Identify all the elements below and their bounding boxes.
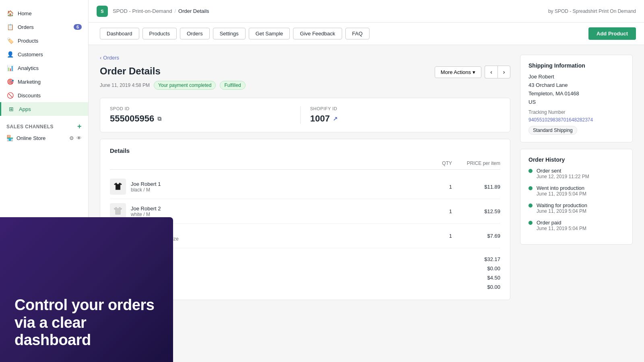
store-settings-icon[interactable]: ⚙ xyxy=(69,135,74,141)
sidebar-label-home: Home xyxy=(18,10,32,16)
sidebar-item-orders[interactable]: 📋 Orders 6 xyxy=(0,20,88,34)
history-dot xyxy=(528,221,533,225)
price-col-header: PRICE per item xyxy=(452,160,500,166)
sales-channels-header: Sales channels + xyxy=(0,116,88,132)
history-entry: Order paid June 11, 2019 5:04 PM xyxy=(537,220,586,231)
more-actions-button[interactable]: More Actions ▾ xyxy=(435,66,481,78)
shopify-id-value: 1007 ↗ xyxy=(310,113,501,124)
external-link-icon[interactable]: ↗ xyxy=(333,115,338,122)
spod-id-section: SPOD ID 555005956 ⧉ xyxy=(110,106,300,124)
item-name: Joe Robert 2 xyxy=(131,206,420,212)
tab-orders[interactable]: Orders xyxy=(180,28,210,39)
top-nav: S SPOD - Print-on-Demand / Order Details… xyxy=(89,0,644,23)
add-product-button[interactable]: Add Product xyxy=(588,27,636,40)
tracking-number-link[interactable]: 940551029838701648282374 xyxy=(528,117,593,123)
shipping-tax-value: $0.00 xyxy=(487,284,500,290)
chevron-down-icon: ▾ xyxy=(473,69,475,75)
shipping-info-title: Shipping Information xyxy=(528,62,624,69)
sidebar-label-customers: Customers xyxy=(18,51,43,58)
add-sales-channel-button[interactable]: + xyxy=(77,122,82,131)
fulfilled-badge: Fulfilled xyxy=(220,81,245,90)
details-title: Details xyxy=(110,147,130,154)
list-item: Waiting for production June 11, 2019 5:0… xyxy=(528,202,624,214)
analytics-icon: 📊 xyxy=(6,64,14,72)
order-nav-arrows: ‹ › xyxy=(485,66,510,78)
history-dot xyxy=(528,186,533,190)
item-thumbnail xyxy=(110,203,126,219)
item-qty: 1 xyxy=(420,184,452,190)
history-entry: Went into production June 11, 2019 5:04 … xyxy=(537,185,586,197)
sidebar-label-marketing: Marketing xyxy=(18,79,41,85)
item-variant: white / M xyxy=(131,212,420,217)
sidebar-item-discounts[interactable]: 🚫 Discounts xyxy=(0,88,88,102)
details-header: Details xyxy=(110,147,500,154)
sidebar-item-marketing[interactable]: 🎯 Marketing xyxy=(0,75,88,88)
history-event: Order paid xyxy=(537,220,586,226)
history-dot xyxy=(528,204,533,208)
shopify-id-number: 1007 xyxy=(310,113,330,124)
breadcrumb-path: SPOD - Print-on-Demand / Order Details xyxy=(113,8,209,14)
store-eye-icon[interactable]: 👁 xyxy=(76,135,82,141)
sidebar-label-analytics: Analytics xyxy=(18,65,39,71)
shipping-address: 43 Orchard Lane Templeton, MA 01468 US xyxy=(528,81,624,106)
spod-id-value: 555005956 ⧉ xyxy=(110,113,300,124)
tab-products[interactable]: Products xyxy=(142,28,177,39)
sidebar-item-online-store[interactable]: 🏪 Online Store ⚙ 👁 xyxy=(0,132,88,144)
payment-badge: Your payment completed xyxy=(154,81,216,90)
next-order-button[interactable]: › xyxy=(497,66,510,78)
shipping-info-card: Shipping Information Joe Robert 43 Orcha… xyxy=(520,55,633,142)
sidebar-label-discounts: Discounts xyxy=(18,93,41,99)
order-date: June 11, 2019 4:58 PM xyxy=(100,82,150,88)
orders-icon: 📋 xyxy=(6,23,14,31)
copy-icon[interactable]: ⧉ xyxy=(157,115,161,122)
products-icon: 🏷️ xyxy=(6,37,14,44)
item-name: Joe Robert 3 xyxy=(131,230,420,236)
sidebar-item-home[interactable]: 🏠 Home xyxy=(0,6,88,20)
item-variant: black / M xyxy=(131,187,420,193)
breadcrumb-separator: / xyxy=(174,8,176,14)
item-variant: white/black / One Size xyxy=(131,236,420,242)
promo-overlay: Control your orders via a clear dashboar… xyxy=(0,217,173,362)
shopify-id-label: Shopify ID xyxy=(310,106,501,111)
tab-give-feedback[interactable]: Give Feedback xyxy=(293,28,342,39)
store-icon: 🏪 xyxy=(6,135,13,141)
order-history-card: Order History Order sent June 12, 2019 1… xyxy=(520,149,633,245)
tab-faq[interactable]: FAQ xyxy=(345,28,369,39)
sidebar-item-apps[interactable]: ⊞ Apps xyxy=(0,102,88,116)
history-date: June 11, 2019 5:04 PM xyxy=(537,226,586,231)
item-price: $12.59 xyxy=(452,208,500,214)
item-qty: 1 xyxy=(420,233,452,239)
marketing-icon: 🎯 xyxy=(6,78,14,85)
shopify-id-section: Shopify ID 1007 ↗ xyxy=(300,106,501,124)
tab-dashboard[interactable]: Dashboard xyxy=(100,28,139,39)
sidebar-label-products: Products xyxy=(18,38,38,44)
shipping-method-tag: Standard Shipping xyxy=(528,126,577,135)
tab-settings[interactable]: Settings xyxy=(213,28,246,39)
back-to-orders-link[interactable]: ‹ Orders xyxy=(100,55,510,61)
history-date: June 12, 2019 11:22 PM xyxy=(537,174,589,179)
tab-bar: DashboardProductsOrdersSettingsGet Sampl… xyxy=(89,23,644,45)
history-date: June 11, 2019 5:04 PM xyxy=(537,191,586,197)
discounts-icon: 🚫 xyxy=(6,92,14,99)
more-actions-label: More Actions xyxy=(441,69,471,75)
prev-order-button[interactable]: ‹ xyxy=(485,66,497,78)
table-row: Joe Robert 1 black / M 1 $11.89 xyxy=(110,175,500,199)
breadcrumb: S SPOD - Print-on-Demand / Order Details xyxy=(97,6,209,17)
sidebar-item-analytics[interactable]: 📊 Analytics xyxy=(0,61,88,75)
shipping-address1: 43 Orchard Lane xyxy=(528,82,568,88)
order-meta: June 11, 2019 4:58 PM Your payment compl… xyxy=(100,81,510,90)
promo-text: Control your orders via a clear dashboar… xyxy=(14,296,159,349)
shipping-country: US xyxy=(528,99,536,105)
customers-icon: 👤 xyxy=(6,51,14,58)
item-price: $11.89 xyxy=(452,184,500,190)
sidebar-item-products[interactable]: 🏷️ Products xyxy=(0,34,88,47)
qty-col-header: QTY xyxy=(420,160,452,166)
tab-get-sample[interactable]: Get Sample xyxy=(249,28,290,39)
breadcrumb-app: SPOD - Print-on-Demand xyxy=(113,8,172,14)
history-entry: Waiting for production June 11, 2019 5:0… xyxy=(537,202,587,214)
shipping-address2: Templeton, MA 01468 xyxy=(528,90,579,97)
item-tax-value: $0.00 xyxy=(487,265,500,272)
badge-orders: 6 xyxy=(74,24,82,30)
sidebar-label-apps: Apps xyxy=(19,106,31,112)
sidebar-item-customers[interactable]: 👤 Customers xyxy=(0,47,88,61)
